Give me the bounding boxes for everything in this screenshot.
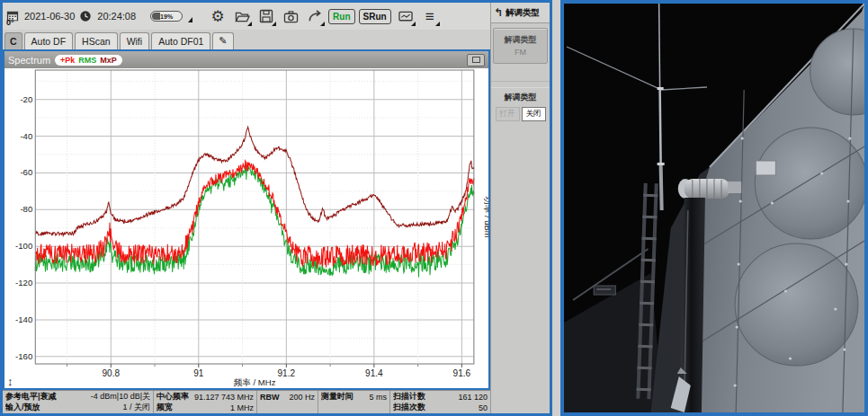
svg-text:-100: -100: [15, 241, 32, 251]
mast-collar: [658, 87, 664, 90]
legend-maxpeak[interactable]: MxP: [100, 56, 117, 65]
input-preamp-value: 1 / 关闭: [119, 403, 150, 412]
photo-antenna-night: [560, 0, 868, 416]
toolbar: 2021-06-30 20:24:08 19% 0° ⚙: [3, 3, 490, 30]
battery-fill: [152, 13, 160, 20]
meas-time-label: 测量时间: [321, 392, 353, 402]
battery-flyout-icon[interactable]: [188, 17, 192, 22]
svg-text:-120: -120: [15, 278, 32, 288]
spectrum-chart-area[interactable]: -20-40-60-80-100-120-140-16090.89191.291…: [4, 68, 488, 388]
main-menu-button[interactable]: ≡: [419, 6, 441, 26]
demod-sidebar: ↰ 解调类型 解调类型 FM 解调类型 打开 关闭: [490, 3, 550, 413]
sweep-number-value: 50: [475, 403, 488, 412]
trace-MxP: [35, 127, 474, 235]
time-display: 20:24:08: [78, 6, 136, 26]
srun-button[interactable]: SRun: [359, 9, 391, 24]
x-axis-label: 频率 / MHz: [234, 377, 276, 387]
battery-icon: 19%: [150, 11, 183, 22]
sidebar-separator: [491, 64, 550, 82]
tab-strip: C Auto DF HScan Wifi Auto DF01 ✎: [3, 30, 490, 49]
trace-RMS: [35, 165, 474, 277]
sidebar-title: 解调类型: [506, 7, 540, 19]
mast-collar: [658, 163, 665, 165]
back-icon[interactable]: ↰: [494, 6, 503, 19]
antenna-mast-base: [661, 165, 662, 210]
tab-auto-df[interactable]: Auto DF: [24, 32, 74, 49]
center-freq-value: 91.127 743 MHz: [191, 393, 254, 402]
ref-level-label: 参考电平|衰减: [5, 392, 57, 402]
tab-c[interactable]: C: [4, 32, 22, 49]
demod-type-value: FM: [494, 48, 547, 57]
tab-hscan[interactable]: HScan: [75, 32, 118, 49]
ref-level-value: -4 dBm|10 dB|关: [87, 392, 150, 402]
status-sweep-cell[interactable]: 扫描计数161 120 扫描次数50: [389, 391, 490, 413]
open-file-button[interactable]: [231, 6, 253, 26]
clock-icon: [78, 6, 93, 26]
tab-edit[interactable]: ✎: [212, 32, 233, 49]
sidebar-header: ↰ 解调类型: [491, 3, 550, 23]
svg-text:-80: -80: [20, 204, 32, 214]
date-display: 2021-06-30: [5, 6, 75, 26]
y-axis-scale-control[interactable]: ↕: [7, 376, 13, 387]
toggle-off-button[interactable]: 关闭: [522, 107, 546, 121]
demod-toggle-row: 打开 关闭: [491, 107, 550, 121]
gear-icon: ⚙: [210, 9, 224, 24]
status-meastime-cell[interactable]: 测量时间5 ms: [318, 391, 389, 413]
center-freq-label: 中心频率: [157, 392, 189, 402]
status-bar: 参考电平|衰减-4 dBm|10 dB|关 输入/预放1 / 关闭 中心频率91…: [3, 390, 490, 413]
pencil-icon: ✎: [219, 35, 227, 46]
svg-text:-20: -20: [20, 94, 32, 104]
y-axis-label: 功率 / dBm: [483, 196, 488, 237]
svg-text:-160: -160: [15, 351, 32, 361]
save-button[interactable]: [255, 6, 277, 26]
svg-text:-60: -60: [20, 167, 32, 177]
demod-toggle-label: 解调类型: [491, 92, 550, 103]
battery-indicator: 19%: [150, 11, 183, 22]
settings-button[interactable]: ⚙: [207, 6, 228, 26]
spectrum-chart[interactable]: -20-40-60-80-100-120-140-16090.89191.291…: [4, 68, 488, 388]
battery-percent: 19%: [160, 13, 173, 20]
analyzer-window: 2021-06-30 20:24:08 19% 0° ⚙: [0, 0, 552, 416]
span-label: 频宽: [157, 403, 173, 412]
tab-auto-df01[interactable]: Auto DF01: [151, 32, 210, 49]
input-preamp-label: 输入/预放: [5, 403, 40, 412]
trace-legend: +Pk RMS MxP: [55, 55, 122, 66]
legend-rms[interactable]: RMS: [78, 56, 96, 65]
legend-peak[interactable]: +Pk: [60, 56, 75, 65]
floppy-save-icon: [259, 9, 273, 23]
sweep-number-label: 扫描次数: [393, 403, 425, 412]
antenna-mast-top: [659, 4, 660, 90]
toggle-on-button[interactable]: 打开: [496, 107, 520, 121]
time-text: 20:24:08: [97, 11, 136, 22]
camera-icon: [283, 10, 299, 23]
demod-type-button[interactable]: 解调类型 FM: [493, 28, 548, 64]
display-layout-button[interactable]: [395, 6, 416, 26]
svg-text:90.8: 90.8: [102, 368, 120, 378]
tank-dome: [735, 243, 858, 366]
run-button[interactable]: Run: [328, 9, 354, 24]
spectrum-title: Spectrum: [8, 55, 50, 66]
small-sign: [594, 286, 615, 295]
folder-open-icon: [235, 10, 250, 23]
sweep-count-value: 161 120: [454, 393, 488, 402]
wall-junction-box: [756, 161, 775, 175]
hamburger-icon: ≡: [425, 9, 434, 24]
replay-button[interactable]: [304, 6, 326, 26]
analyzer-main-column: 2021-06-30 20:24:08 19% 0° ⚙: [3, 3, 490, 413]
svg-text:91.2: 91.2: [278, 368, 296, 378]
redo-arrow-icon: [308, 9, 323, 23]
antenna-mast-mid: [660, 90, 661, 165]
status-rbw-cell[interactable]: RBW200 Hz: [256, 391, 318, 413]
screenshot-button[interactable]: [280, 6, 301, 26]
foil-connector: [728, 181, 741, 193]
status-frequency-cell[interactable]: 中心频率91.127 743 MHz 频宽1 MHz: [153, 391, 256, 413]
maximize-icon: [472, 57, 480, 63]
tab-wifi[interactable]: Wifi: [120, 32, 150, 49]
rbw-label: RBW: [260, 393, 280, 402]
spectrum-titlebar: Spectrum +Pk RMS MxP: [4, 51, 488, 68]
photo-graphic: [564, 4, 864, 412]
svg-text:91.6: 91.6: [453, 368, 471, 378]
maximize-button[interactable]: [467, 54, 485, 66]
status-reflevel-cell[interactable]: 参考电平|衰减-4 dBm|10 dB|关 输入/预放1 / 关闭: [3, 391, 153, 413]
spectrum-panel: Spectrum +Pk RMS MxP -20-40-60-80-100-12…: [3, 49, 490, 390]
